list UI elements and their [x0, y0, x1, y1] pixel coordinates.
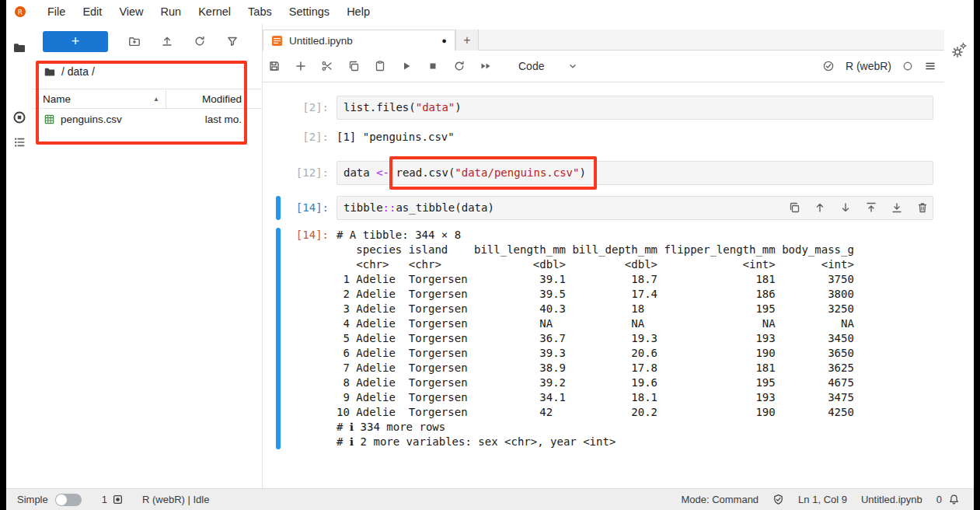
- notebook-icon: [271, 35, 283, 47]
- cell-2-output: [2]: [1] "penguins.csv": [263, 129, 944, 145]
- tibble-output-text: # A tibble: 344 × 8 species island bill_…: [337, 228, 854, 449]
- kernel-name-label[interactable]: R (webR): [846, 60, 891, 72]
- simple-mode-label: Simple: [17, 494, 48, 505]
- menu-file[interactable]: File: [39, 0, 74, 23]
- running-sessions-icon[interactable]: [12, 110, 26, 124]
- kernels-icon[interactable]: [112, 494, 124, 505]
- input-prompt: [2]:: [281, 96, 337, 120]
- file-browser-panel: + / data /: [32, 23, 263, 488]
- file-list-item[interactable]: penguins.csv last mo.: [32, 109, 262, 130]
- kernel-sessions-count[interactable]: 1: [102, 494, 107, 505]
- delete-cell-icon[interactable]: [916, 201, 929, 214]
- copy-icon[interactable]: [347, 60, 360, 72]
- code-cell-14-active: [14]: tibble::as_tibble(data): [263, 196, 944, 220]
- cut-icon[interactable]: [321, 60, 333, 72]
- file-browser-toolbar: +: [32, 23, 262, 59]
- code-cell-2: [2]: list.files("data"): [263, 96, 944, 120]
- cursor-position-label[interactable]: Ln 1, Col 9: [798, 494, 847, 505]
- unsaved-indicator: ●: [441, 36, 447, 45]
- toggle-knob: [56, 494, 67, 505]
- save-icon[interactable]: [268, 60, 281, 72]
- restart-kernel-icon[interactable]: [453, 60, 466, 72]
- paste-icon[interactable]: [374, 60, 386, 72]
- status-file-name: Untitled.ipynb: [861, 494, 922, 505]
- tab-untitled-notebook[interactable]: Untitled.ipynb ●: [263, 30, 455, 51]
- run-all-icon[interactable]: [480, 60, 492, 72]
- stop-icon[interactable]: [427, 60, 439, 72]
- notification-count[interactable]: 0: [936, 494, 942, 505]
- csv-file-icon: [44, 114, 55, 125]
- menu-edit[interactable]: Edit: [74, 0, 110, 23]
- notebook-toolbar: Code R (webR): [263, 51, 944, 82]
- simple-mode-toggle[interactable]: [55, 494, 82, 506]
- new-tab-button[interactable]: +: [455, 30, 479, 51]
- new-folder-icon[interactable]: [128, 35, 141, 47]
- tab-bar: Untitled.ipynb ● +: [263, 30, 944, 51]
- sort-ascending-icon: ▲: [153, 96, 159, 103]
- cell-type-dropdown[interactable]: Code: [518, 60, 578, 72]
- input-prompt: [14]:: [281, 196, 337, 220]
- menu-bar: R File Edit View Run Kernel Tabs Setting…: [6, 0, 974, 23]
- output-prompt: [2]:: [281, 129, 337, 145]
- duplicate-cell-icon[interactable]: [788, 201, 800, 214]
- output-prompt: [14]:: [281, 228, 337, 449]
- file-modified: last mo.: [165, 114, 262, 125]
- new-launcher-button[interactable]: +: [43, 31, 108, 52]
- menu-view[interactable]: View: [110, 0, 152, 23]
- file-list-header: Name ▲ Modified: [32, 89, 262, 109]
- column-header-modified[interactable]: Modified: [166, 89, 262, 108]
- menu-kernel[interactable]: Kernel: [190, 0, 239, 23]
- filter-icon[interactable]: [226, 35, 239, 47]
- toc-icon[interactable]: [12, 135, 26, 149]
- main-area: Untitled.ipynb ● +: [263, 23, 944, 488]
- status-bar: Simple 1 R (webR) | Idle Mode: Command L…: [6, 488, 974, 510]
- cell-14-output: [14]: # A tibble: 344 × 8 species island…: [263, 228, 944, 449]
- files-icon[interactable]: [12, 40, 26, 54]
- code-editor[interactable]: list.files("data"): [337, 96, 933, 120]
- insert-cell-below-icon[interactable]: [891, 201, 903, 214]
- insert-cell-icon[interactable]: [295, 60, 307, 72]
- notebook-cells: [2]: list.files("data") [2]: [1] "pengui…: [263, 82, 944, 488]
- menu-tabs[interactable]: Tabs: [239, 0, 281, 23]
- shield-check-icon[interactable]: [772, 494, 784, 505]
- check-circle-icon: [822, 60, 835, 72]
- output-text: [1] "penguins.csv": [337, 129, 455, 145]
- cell-hover-toolbar: [788, 201, 929, 214]
- code-editor[interactable]: data <- read.csv("data/penguins.csv"): [337, 161, 933, 185]
- property-inspector-gears-icon[interactable]: [950, 42, 968, 59]
- move-cell-up-icon[interactable]: [814, 201, 826, 214]
- tab-title: Untitled.ipynb: [289, 35, 353, 47]
- folder-icon: [44, 65, 56, 78]
- menu-settings[interactable]: Settings: [281, 0, 338, 23]
- kernel-status-label[interactable]: R (webR) | Idle: [142, 494, 209, 505]
- breadcrumb[interactable]: / data /: [32, 59, 262, 84]
- breadcrumb-path: / data /: [61, 65, 95, 78]
- left-activity-bar: [6, 23, 32, 488]
- menu-help[interactable]: Help: [338, 0, 378, 23]
- kernel-status-ring-icon[interactable]: [902, 61, 913, 72]
- refresh-icon[interactable]: [194, 35, 206, 47]
- menu-run[interactable]: Run: [152, 0, 190, 23]
- svg-text:R: R: [18, 9, 23, 16]
- command-mode-label: Mode: Command: [681, 494, 759, 505]
- insert-cell-above-icon[interactable]: [865, 201, 877, 214]
- app-window: R File Edit View Run Kernel Tabs Setting…: [6, 0, 974, 510]
- move-cell-down-icon[interactable]: [839, 201, 852, 214]
- file-name: penguins.csv: [61, 114, 122, 125]
- right-sidebar: [944, 23, 974, 488]
- column-header-name[interactable]: Name ▲: [32, 93, 166, 105]
- code-cell-12: [12]: data <- read.csv("data/penguins.cs…: [263, 161, 944, 185]
- chevron-down-icon: [567, 61, 578, 72]
- bell-icon[interactable]: [948, 494, 960, 505]
- app-logo-icon: R: [14, 5, 26, 18]
- run-icon[interactable]: [400, 60, 413, 72]
- upload-icon[interactable]: [161, 35, 173, 47]
- cell-type-label: Code: [518, 60, 544, 72]
- panel-menu-icon[interactable]: [924, 60, 936, 72]
- input-prompt: [12]:: [281, 161, 337, 185]
